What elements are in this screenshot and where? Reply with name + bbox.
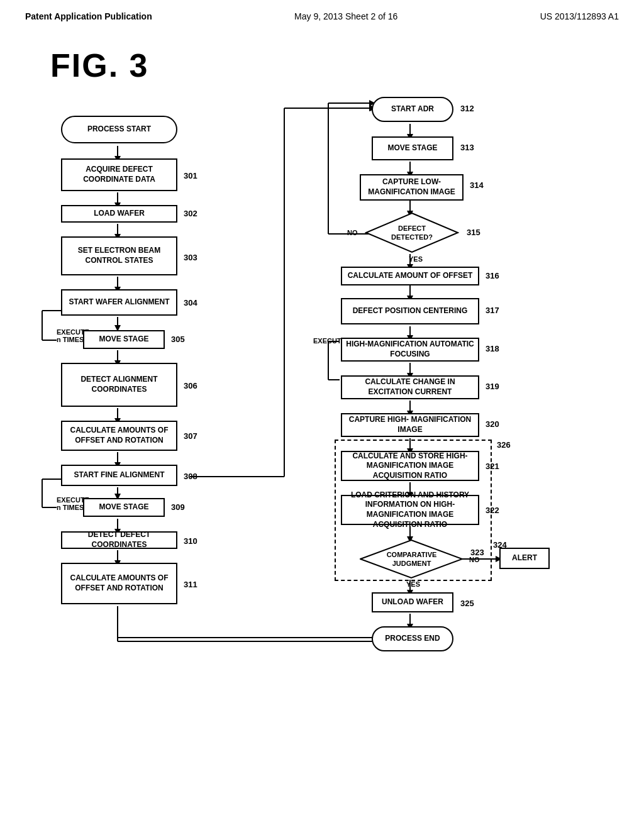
ref-320: 320 xyxy=(486,419,499,429)
ref-305: 305 xyxy=(171,335,185,344)
no-label-315: NO xyxy=(347,229,358,236)
high-mag-focus-box: HIGH-MAGNIFICATION AUTOMATIC FOCUSING xyxy=(341,338,479,362)
ref-302: 302 xyxy=(184,209,197,218)
header-left: Patent Application Publication xyxy=(25,11,152,21)
calc-offset-rot-307-box: CALCULATE AMOUNTS OF OFFSET AND ROTATION xyxy=(61,421,177,451)
start-fine-align-box: START FINE ALIGNMENT xyxy=(61,465,177,486)
ref-321: 321 xyxy=(486,462,499,471)
ref-324: 324 xyxy=(493,540,507,550)
calc-store-ratio-box: CALCULATE AND STORE HIGH- MAGNIFICATION … xyxy=(341,451,479,481)
alert-box: ALERT xyxy=(499,548,550,569)
defect-pos-center-box: DEFECT POSITION CENTERING xyxy=(341,298,479,324)
detect-alignment-box: DETECT ALIGNMENT COORDINATES xyxy=(61,363,177,407)
capture-high-mag-box: CAPTURE HIGH- MAGNIFICATION IMAGE xyxy=(341,413,479,437)
yes-label-315: YES xyxy=(409,255,423,263)
ref-325: 325 xyxy=(460,599,474,608)
ref-307: 307 xyxy=(184,431,197,441)
calc-change-excit-box: CALCULATE CHANGE IN EXCITATION CURRENT xyxy=(341,375,479,399)
flowchart-svg xyxy=(20,91,624,814)
capture-low-mag-box: CAPTURE LOW- MAGNIFICATION IMAGE xyxy=(360,174,464,201)
ref-313: 313 xyxy=(460,143,474,152)
move-stage-305-box: MOVE STAGE xyxy=(83,330,165,349)
calc-offset-rot-311-box: CALCULATE AMOUNTS OF OFFSET AND ROTATION xyxy=(61,563,177,604)
ref-311: 311 xyxy=(184,580,197,589)
comparative-judgment-box: COMPARATIVEJUDGMENT xyxy=(360,539,464,579)
ref-301: 301 xyxy=(184,171,197,180)
ref-318: 318 xyxy=(486,344,499,353)
no-label-324: NO xyxy=(469,556,480,563)
start-wafer-align-box: START WAFER ALIGNMENT xyxy=(61,289,177,316)
load-wafer-box: LOAD WAFER xyxy=(61,205,177,223)
header-center: May 9, 2013 Sheet 2 of 16 xyxy=(294,11,397,21)
move-stage-313-box: MOVE STAGE xyxy=(372,136,453,160)
page-header: Patent Application Publication May 9, 20… xyxy=(0,0,644,28)
ref-310: 310 xyxy=(184,536,197,546)
start-adr-box: START ADR xyxy=(372,97,453,122)
ref-303: 303 xyxy=(184,253,197,262)
ref-319: 319 xyxy=(486,382,499,391)
diagram: START ADR 312 PROCESS START MOVE STAGE 3… xyxy=(20,91,624,814)
yes-label-323: YES xyxy=(406,580,420,588)
detect-defect-coord-box: DETECT DEFECT COORDINATES xyxy=(61,531,177,549)
calc-amount-offset-box: CALCULATE AMOUNT OF OFFSET xyxy=(341,267,479,285)
move-stage-309-box: MOVE STAGE xyxy=(83,498,165,517)
ref-308: 308 xyxy=(184,472,197,481)
ref-306: 306 xyxy=(184,381,197,390)
process-end-box: PROCESS END xyxy=(372,626,453,651)
ref-312: 312 xyxy=(460,104,474,113)
set-electron-box: SET ELECTRON BEAM CONTROL STATES xyxy=(61,236,177,275)
ref-304: 304 xyxy=(184,298,197,307)
ref-315: 315 xyxy=(467,228,480,237)
acquire-defect-box: ACQUIRE DEFECT COORDINATE DATA xyxy=(61,158,177,191)
load-criterion-box: LOAD CRITERION AND HISTORY INFORMATION O… xyxy=(341,495,479,525)
ref-322: 322 xyxy=(486,506,499,515)
unload-wafer-box: UNLOAD WAFER xyxy=(372,592,453,612)
ref-317: 317 xyxy=(486,306,499,315)
ref-326: 326 xyxy=(497,440,511,450)
header-right: US 2013/112893 A1 xyxy=(540,11,619,21)
ref-309: 309 xyxy=(171,502,185,512)
figure-title: FIG. 3 xyxy=(0,28,644,91)
process-start-box: PROCESS START xyxy=(61,116,177,143)
ref-314: 314 xyxy=(470,180,484,190)
ref-316: 316 xyxy=(486,271,499,280)
defect-detected-box: DEFECTDETECTED? xyxy=(365,212,459,253)
